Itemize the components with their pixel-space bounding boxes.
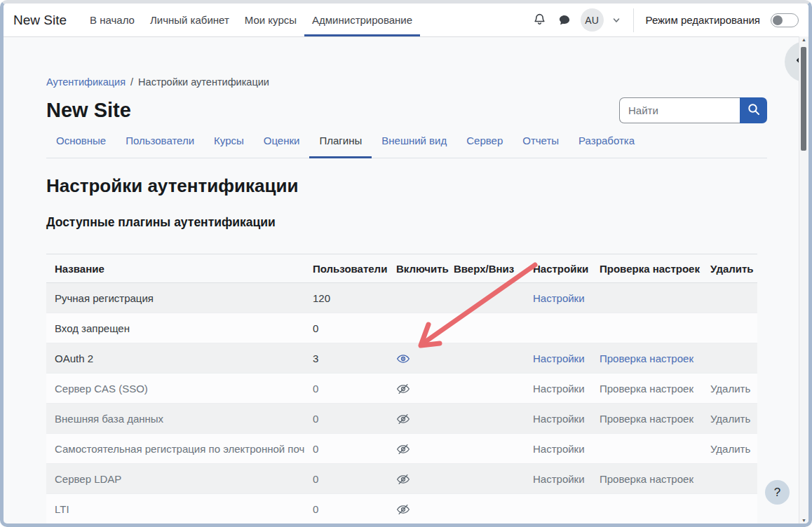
section-subheading: Доступные плагины аутентификации — [46, 215, 767, 230]
auth-plugins-table: НазваниеПользователиВключитьВверх/ВнизНа… — [46, 254, 757, 524]
test-settings-link[interactable]: Проверка настроек — [600, 473, 693, 485]
table-header-row: НазваниеПользователиВключитьВверх/ВнизНа… — [46, 254, 757, 283]
settings-link[interactable]: Настройки — [533, 292, 585, 304]
tab-3[interactable]: Оценки — [254, 135, 310, 158]
user-count: 0 — [304, 443, 388, 455]
eye-icon[interactable] — [396, 353, 410, 365]
settings-link[interactable]: Настройки — [533, 473, 585, 485]
app-window: New Site В началоЛичный кабинетМои курсы… — [0, 0, 812, 527]
delete-link[interactable]: Удалить — [710, 443, 750, 455]
settings-cell: Настройки — [525, 292, 591, 304]
page-header: New Site — [46, 97, 767, 123]
settings-link[interactable]: Настройки — [533, 383, 585, 395]
column-header-4: Настройки — [525, 263, 591, 275]
eye-slash-icon[interactable] — [396, 503, 410, 516]
settings-tabs: ОсновныеПользователиКурсыОценкиПлагиныВн… — [46, 135, 767, 158]
settings-cell: Настройки — [525, 443, 591, 455]
table-row: Сервер LDAP0НастройкиПроверка настроек — [46, 464, 757, 494]
delete-cell: Удалить — [702, 443, 757, 455]
column-header-6: Удалить — [702, 263, 757, 275]
scrollbar-thumb[interactable] — [801, 47, 806, 151]
navbar-divider — [633, 8, 634, 32]
chat-icon[interactable] — [556, 12, 573, 29]
settings-link[interactable]: Настройки — [533, 443, 585, 455]
question-icon: ? — [774, 486, 780, 500]
user-count: 0 — [304, 413, 388, 425]
column-header-1: Пользователи — [304, 263, 388, 275]
table-row: Сервер CAS (SSO)0НастройкиПроверка настр… — [46, 374, 757, 404]
table-row: Самостоятельная регистрация по электронн… — [46, 434, 757, 464]
nav-item-0[interactable]: В начало — [82, 4, 142, 36]
nav-item-1[interactable]: Личный кабинет — [142, 4, 237, 36]
scroll-down-arrow[interactable]: ▼ — [799, 518, 808, 523]
avatar[interactable]: AU — [581, 8, 604, 32]
settings-cell: Настройки — [525, 413, 591, 425]
test-settings-link[interactable]: Проверка настроек — [600, 383, 693, 395]
settings-cell: Настройки — [525, 353, 591, 364]
section-heading: Настройки аутентификации — [46, 175, 767, 197]
scroll-up-arrow[interactable]: ▲ — [799, 37, 808, 42]
column-header-5: Проверка настроек — [591, 263, 702, 275]
magnifier-icon — [747, 102, 761, 118]
breadcrumb-current: Настройки аутентификации — [138, 76, 269, 88]
tab-0[interactable]: Основные — [46, 135, 116, 158]
tab-2[interactable]: Курсы — [204, 135, 254, 158]
test-settings-link[interactable]: Проверка настроек — [600, 353, 693, 364]
avatar-initials: AU — [585, 15, 598, 26]
settings-cell: Настройки — [525, 383, 591, 395]
search-input[interactable] — [619, 97, 740, 123]
eye-slash-icon[interactable] — [396, 413, 410, 425]
site-brand[interactable]: New Site — [13, 4, 67, 36]
test-settings-cell: Проверка настроек — [591, 473, 702, 485]
nav-item-2[interactable]: Мои курсы — [237, 4, 304, 36]
breadcrumb: Аутентификация/Настройки аутентификации — [46, 76, 767, 88]
delete-cell: Удалить — [702, 413, 757, 425]
edit-mode-toggle[interactable] — [771, 13, 799, 27]
table-row: Вход запрещен0 — [46, 313, 757, 343]
tab-1[interactable]: Пользователи — [116, 135, 204, 158]
search-button[interactable] — [740, 97, 767, 123]
test-settings-cell: Проверка настроек — [591, 383, 702, 395]
plugin-name: Самостоятельная регистрация по электронн… — [46, 443, 304, 455]
user-count: 0 — [304, 473, 388, 485]
column-header-0: Название — [46, 263, 304, 275]
tab-7[interactable]: Отчеты — [513, 135, 569, 158]
column-header-2: Включить — [388, 263, 445, 275]
user-count: 0 — [304, 503, 388, 515]
plugin-name: Внешняя база данных — [46, 413, 304, 425]
plugin-name: Сервер LDAP — [46, 473, 304, 485]
eye-slash-icon[interactable] — [396, 473, 410, 486]
nav-item-3[interactable]: Администрирование — [304, 4, 420, 36]
enable-cell — [388, 381, 445, 395]
tab-5[interactable]: Внешний вид — [372, 135, 456, 158]
eye-slash-icon[interactable] — [396, 383, 410, 395]
settings-link[interactable]: Настройки — [533, 353, 585, 364]
user-count: 120 — [304, 292, 388, 304]
breadcrumb-link-authentication[interactable]: Аутентификация — [46, 76, 126, 88]
tab-8[interactable]: Разработка — [569, 135, 644, 158]
page-title: New Site — [46, 99, 131, 122]
help-button[interactable]: ? — [765, 480, 790, 505]
navbar-right: AU Режим редактирования — [532, 4, 799, 36]
edit-mode-label: Режим редактирования — [646, 14, 760, 26]
vertical-scrollbar: ▲ ▼ — [799, 36, 808, 523]
chevron-down-icon[interactable] — [611, 15, 621, 25]
settings-link[interactable]: Настройки — [533, 413, 585, 425]
tab-4[interactable]: Плагины — [309, 135, 372, 158]
delete-link[interactable]: Удалить — [710, 413, 750, 425]
bell-icon[interactable] — [532, 12, 548, 29]
table-row: OAuth 23НастройкиПроверка настроек — [46, 343, 757, 374]
plugin-name: Сервер CAS (SSO) — [46, 383, 304, 395]
user-count: 3 — [304, 353, 388, 364]
delete-link[interactable]: Удалить — [710, 383, 750, 395]
tab-6[interactable]: Сервер — [456, 135, 513, 158]
top-navbar: New Site В началоЛичный кабинетМои курсы… — [4, 4, 808, 37]
plugin-name: OAuth 2 — [46, 353, 304, 364]
test-settings-link[interactable]: Проверка настроек — [600, 413, 693, 425]
breadcrumb-separator: / — [130, 76, 133, 88]
toggle-knob — [773, 15, 783, 25]
user-count: 0 — [304, 383, 388, 395]
test-settings-cell: Проверка настроек — [591, 353, 702, 364]
test-settings-cell: Проверка настроек — [591, 413, 702, 425]
eye-slash-icon[interactable] — [396, 443, 410, 456]
